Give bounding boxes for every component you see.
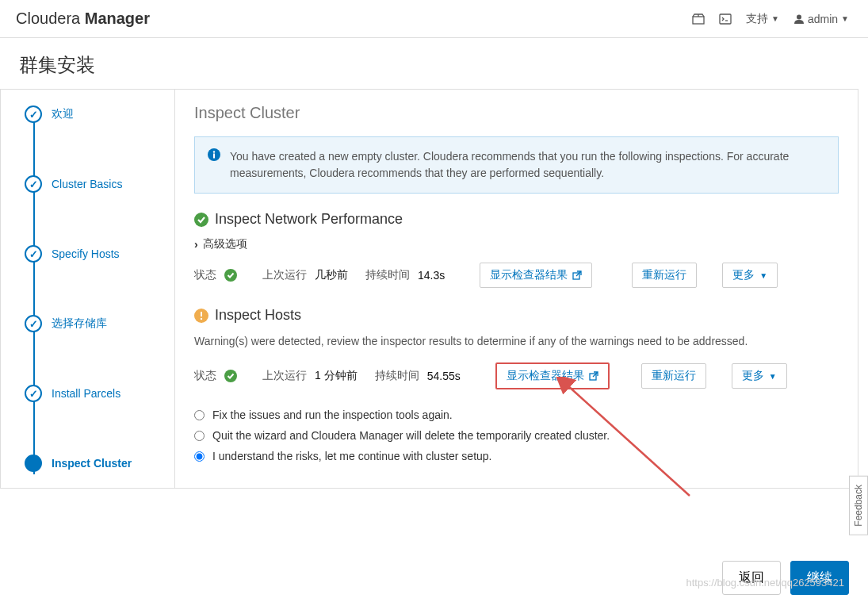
option-understand-label: I understand the risks, let me continue … [212,450,492,462]
user-dropdown[interactable]: admin ▼ [793,13,849,25]
last-run-value: 几秒前 [315,268,348,282]
step-check-icon: ✓ [25,385,42,402]
caret-down-icon: ▼ [771,14,779,23]
success-icon [224,370,237,382]
top-bar: Cloudera Manager 支持 ▼ admin ▼ [0,0,868,38]
more-label: 更多 [732,268,755,282]
option-fix-label: Fix the issues and run the inspection to… [212,408,453,421]
step-label: 欢迎 [52,107,74,121]
step-label: Install Parcels [52,387,120,400]
caret-down-icon: ▼ [759,271,767,280]
warning-icon [194,309,208,323]
support-label: 支持 [746,12,768,26]
user-icon [793,13,805,25]
content-panel: Inspect Cluster You have created a new e… [174,89,858,489]
last-run-value: 1 分钟前 [315,369,358,383]
svg-point-8 [194,213,208,227]
brand-light: Cloudera [16,10,85,27]
feedback-tab[interactable]: Feedback [849,476,868,535]
main-content: ✓ 欢迎 ✓ Cluster Basics ✓ Specify Hosts ✓ … [0,89,868,489]
last-run-label: 上次运行 [262,268,307,282]
more-dropdown[interactable]: 更多 ▼ [722,263,778,288]
hosts-status-row: 状态 上次运行 1 分钟前 持续时间 54.55s 显示检查器结果 重新运行 更… [194,362,839,389]
back-button[interactable]: 返回 [722,561,781,595]
step-current-icon [25,454,42,472]
success-icon [194,213,208,227]
svg-rect-2 [720,14,731,24]
rerun-label: 重新运行 [652,369,696,383]
top-right-actions: 支持 ▼ admin ▼ [692,12,849,26]
network-status-row: 状态 上次运行 几秒前 持续时间 14.3s 显示检查器结果 重新运行 更多 ▼ [194,263,839,288]
svg-point-4 [797,14,801,19]
last-run-label: 上次运行 [262,369,307,383]
caret-down-icon: ▼ [769,372,777,381]
duration-label: 持续时间 [375,369,419,383]
advanced-options-label: 高级选项 [203,237,247,251]
continue-button[interactable]: 继续 [790,561,849,595]
caret-down-icon: ▼ [841,14,849,23]
external-link-icon [589,371,598,381]
status-label: 状态 [194,369,216,383]
rerun-button[interactable]: 重新运行 [641,363,706,389]
option-quit-label: Quit the wizard and Cloudera Manager wil… [212,429,610,442]
step-label: Specify Hosts [52,247,120,260]
svg-point-6 [213,151,215,152]
svg-rect-0 [693,17,704,24]
advanced-options-toggle[interactable]: › 高级选项 [194,237,839,251]
brand-logo: Cloudera Manager [16,10,150,28]
success-icon [224,269,237,282]
hosts-warning-text: Warning(s) were detected, review the ins… [194,333,839,350]
step-label: Inspect Cluster [52,457,132,470]
step-welcome[interactable]: ✓ 欢迎 [25,105,174,123]
radio-fix[interactable] [194,410,205,420]
external-link-icon [572,270,582,280]
show-results-label: 显示检查器结果 [490,268,568,282]
step-select-repository[interactable]: ✓ 选择存储库 [25,315,174,332]
info-icon [208,148,220,182]
hosts-heading-text: Inspect Hosts [215,307,301,324]
step-check-icon: ✓ [25,245,42,263]
network-heading-text: Inspect Network Performance [215,211,403,228]
info-text: You have created a new empty cluster. Cl… [230,148,825,182]
step-check-icon: ✓ [25,175,42,193]
steps-sidebar: ✓ 欢迎 ✓ Cluster Basics ✓ Specify Hosts ✓ … [0,89,174,489]
step-label: Cluster Basics [52,178,122,190]
show-results-button[interactable]: 显示检查器结果 [480,263,592,288]
rerun-button[interactable]: 重新运行 [632,263,697,288]
status-label: 状态 [194,268,216,282]
option-quit[interactable]: Quit the wizard and Cloudera Manager wil… [194,429,839,442]
svg-rect-12 [201,312,202,316]
parcels-icon[interactable] [692,13,705,25]
step-specify-hosts[interactable]: ✓ Specify Hosts [25,245,174,263]
step-label: 选择存储库 [52,316,107,331]
duration-label: 持续时间 [365,268,410,282]
step-inspect-cluster[interactable]: Inspect Cluster [25,454,174,472]
svg-point-13 [201,317,202,319]
page-title: 群集安装 [0,38,868,89]
rerun-label: 重新运行 [642,268,686,282]
user-label: admin [808,13,838,25]
info-alert: You have created a new empty cluster. Cl… [194,136,839,194]
radio-understand[interactable] [194,451,205,462]
svg-rect-7 [213,154,215,159]
network-heading: Inspect Network Performance [194,211,839,228]
step-install-parcels[interactable]: ✓ Install Parcels [25,385,174,402]
show-results-label: 显示检查器结果 [507,369,584,383]
step-cluster-basics[interactable]: ✓ Cluster Basics [25,175,174,193]
step-check-icon: ✓ [25,315,42,332]
more-dropdown[interactable]: 更多 ▼ [732,363,787,389]
show-results-button[interactable]: 显示检查器结果 [495,362,610,389]
hosts-heading: Inspect Hosts [194,307,839,324]
footer-buttons: 返回 继续 [722,561,849,595]
option-fix[interactable]: Fix the issues and run the inspection to… [194,408,839,421]
option-understand[interactable]: I understand the risks, let me continue … [194,450,839,462]
step-connector-line [33,114,35,474]
running-commands-icon[interactable] [719,13,732,25]
duration-value: 54.55s [427,370,461,382]
duration-value: 14.3s [418,269,445,282]
brand-bold: Manager [85,10,150,27]
more-label: 更多 [742,369,764,383]
step-check-icon: ✓ [25,105,42,123]
radio-quit[interactable] [194,431,205,441]
support-dropdown[interactable]: 支持 ▼ [746,12,779,26]
